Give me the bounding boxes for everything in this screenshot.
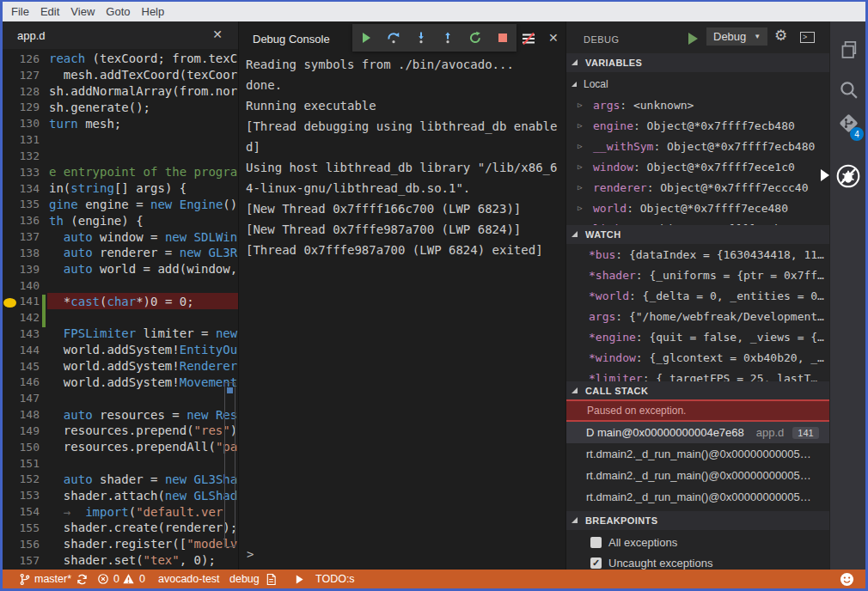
code-line[interactable]: 140 — [3, 277, 238, 294]
close-console-icon[interactable]: ✕ — [548, 31, 559, 45]
stack-frame[interactable]: D main@0x00000000004e7e68app.d141 — [566, 422, 829, 443]
errors-item[interactable]: 0 — [97, 570, 119, 588]
checkbox[interactable]: ✓ — [590, 557, 602, 569]
code-line[interactable]: 135gine engine = new Engine() — [3, 196, 238, 212]
menu-edit[interactable]: Edit — [40, 5, 59, 18]
code-line[interactable]: 126reach (texCoord; from.texC — [3, 51, 238, 67]
checkbox[interactable] — [590, 537, 602, 548]
line-number[interactable]: 148 — [3, 408, 40, 421]
line-number[interactable]: 143 — [3, 327, 40, 340]
line-number[interactable]: 149 — [3, 424, 40, 437]
line-number[interactable]: 134 — [3, 182, 40, 195]
section-variables[interactable]: VARIABLES — [566, 53, 829, 72]
code-line[interactable]: 157 shader.set("tex", 0); — [3, 552, 238, 569]
variable-row[interactable]: ▷engine: Object@*0x7ffff7ecb480 — [566, 115, 829, 136]
code-line[interactable]: 154 → import("default.ver — [3, 503, 238, 520]
stack-frame[interactable]: rt.dmain2._d_run_main()@0x00000000005… — [566, 443, 829, 465]
line-number[interactable]: 155 — [3, 521, 40, 534]
scope-local[interactable]: Local — [566, 74, 829, 94]
todo-item[interactable]: TODO:s — [315, 570, 355, 588]
line-number[interactable]: 142 — [3, 311, 40, 324]
variable-row[interactable]: ▷args: <unknown> — [566, 94, 829, 115]
line-number[interactable]: 127 — [3, 69, 40, 82]
debug-mode-item[interactable]: debug — [229, 570, 260, 588]
variable-row[interactable]: ▷window: Object@*0x7ffff7ece1c0 — [566, 156, 829, 177]
code-line[interactable]: 149 resources.prepend("res") — [3, 423, 238, 439]
code-line[interactable]: 147 — [3, 390, 238, 406]
variable-row[interactable]: *limiter: { targetFPS = 25, lastT… — [566, 368, 829, 381]
line-number[interactable]: 138 — [3, 247, 40, 259]
expand-icon[interactable]: ▷ — [577, 101, 593, 109]
variable-row[interactable]: *world: {_delta = 0, _entities = 0… — [566, 285, 829, 306]
debug-console-toggle-icon[interactable]: > — [800, 32, 815, 43]
code-line[interactable]: 130turn mesh; — [3, 115, 238, 131]
stop-button[interactable] — [495, 30, 510, 46]
line-number[interactable]: 153 — [3, 489, 40, 502]
code-line[interactable]: 132 — [3, 148, 238, 164]
variable-row[interactable]: ▷__withSym: Object@*0x7ffff7ecb480 — [566, 136, 829, 156]
code-line[interactable]: 136th (engine) { — [3, 212, 238, 228]
breakpoint-row[interactable]: All exceptions — [566, 532, 829, 552]
debug-icon[interactable] — [830, 163, 865, 189]
variable-row[interactable]: ▷limiter: Object@*0x7ffff7ecb4a0 — [566, 218, 829, 225]
line-number[interactable]: 139 — [3, 263, 40, 276]
line-number[interactable]: 154 — [3, 505, 40, 518]
editor-scrollbar[interactable] — [224, 382, 235, 547]
debug-config-dropdown[interactable]: Debug▼ — [706, 27, 767, 46]
menu-goto[interactable]: Goto — [106, 5, 130, 18]
line-number[interactable]: 126 — [3, 52, 40, 65]
console-input-prompt[interactable]: > — [247, 547, 254, 561]
code-line[interactable]: 155 shader.create(renderer); — [3, 520, 238, 536]
code-line[interactable]: 138 auto renderer = new GL3R — [3, 245, 238, 261]
code-line[interactable]: 137 auto window = new SDLWin — [3, 228, 238, 245]
sync-button[interactable] — [76, 570, 89, 588]
stack-frame[interactable]: rt.dmain2._d_run_main()@0x00000000005… — [566, 465, 829, 486]
variable-row[interactable]: args: {"/home/webfreak/Development… — [566, 306, 829, 326]
variable-row[interactable]: ▷renderer: Object@*0x7ffff7eccc40 — [566, 177, 829, 198]
line-number[interactable]: 150 — [3, 441, 40, 454]
line-number[interactable]: 131 — [3, 133, 40, 146]
code-area[interactable]: 126reach (texCoord; from.texC127 mesh.ad… — [3, 51, 238, 570]
continue-button[interactable] — [358, 30, 374, 46]
menu-help[interactable]: Help — [142, 5, 165, 18]
code-line[interactable]: 127 mesh.addTexCoord(texCoor — [3, 67, 238, 83]
variable-row[interactable]: *bus: {dataIndex = {1630434418, 11… — [566, 244, 829, 265]
code-line[interactable]: 143 FPSLimiter limiter = new — [3, 326, 238, 342]
code-line[interactable]: 151 — [3, 455, 238, 472]
code-line[interactable]: 150 resources.prependAll("pa — [3, 439, 238, 455]
step-over-button[interactable] — [386, 30, 401, 46]
code-line[interactable]: 148 auto resources = new Res — [3, 406, 238, 423]
code-line[interactable]: 144 world.addSystem!EntityOu — [3, 342, 238, 358]
code-line[interactable]: 129sh.generate(); — [3, 99, 238, 115]
line-number[interactable]: 145 — [3, 360, 40, 373]
restart-button[interactable] — [468, 30, 483, 46]
line-number[interactable]: 151 — [3, 457, 40, 470]
line-number[interactable]: 152 — [3, 472, 40, 485]
code-line[interactable]: 134in(string[] args) { — [3, 180, 238, 197]
run-task-icon[interactable] — [295, 570, 304, 588]
tab-close-icon[interactable]: ✕ — [212, 27, 223, 41]
step-into-button[interactable] — [413, 30, 429, 46]
code-line[interactable]: 152 auto shader = new GL3Sha — [3, 472, 238, 488]
line-number[interactable]: 156 — [3, 538, 40, 551]
line-number[interactable]: 144 — [3, 344, 40, 356]
code-line[interactable]: 142 — [3, 309, 238, 326]
tab-title[interactable]: app.d — [17, 29, 46, 42]
stack-frame[interactable]: rt.dmain2._d_run_main()@0x00000000005… — [566, 486, 829, 508]
line-number[interactable]: 129 — [3, 101, 40, 113]
code-line[interactable]: 153 shader.attach(new GLShad — [3, 487, 238, 503]
search-icon[interactable] — [830, 79, 865, 101]
section-call-stack[interactable]: CALL STACK — [566, 381, 829, 400]
section-watch[interactable]: WATCH — [566, 225, 829, 244]
line-number[interactable]: 140 — [3, 279, 40, 292]
configure-gear-icon[interactable]: ⚙ — [774, 27, 787, 45]
line-number[interactable]: 137 — [3, 230, 40, 243]
line-number[interactable]: 136 — [3, 214, 40, 227]
expand-icon[interactable]: ▷ — [577, 121, 593, 130]
project-item[interactable]: avocado-test — [158, 570, 220, 588]
warnings-item[interactable]: 0 — [122, 570, 145, 588]
clear-console-icon[interactable] — [520, 30, 537, 47]
menu-view[interactable]: View — [70, 5, 95, 18]
section-breakpoints[interactable]: BREAKPOINTS — [566, 511, 829, 530]
step-out-button[interactable] — [440, 30, 455, 46]
